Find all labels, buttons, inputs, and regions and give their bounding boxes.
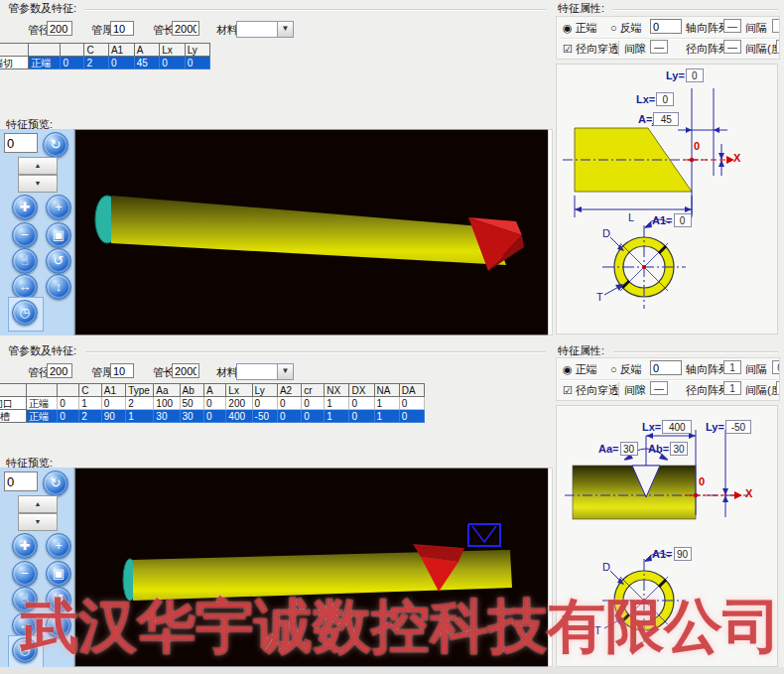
spacing-deg-field[interactable]: 0 [776, 381, 780, 395]
angle-stepper: ▲ ▼ [18, 157, 58, 193]
features-table[interactable]: CA1ALxLy端切正端0204500 [0, 43, 210, 69]
zoom-window-button[interactable]: ▣ [46, 561, 71, 587]
step-down-button[interactable]: ▼ [18, 175, 58, 193]
column-header: A [204, 384, 226, 397]
cell: 0 [101, 397, 125, 410]
features-table-wrap: CA1ALxLy端切正端0204500 [0, 43, 210, 70]
vertical-arrow-icon: ↕ [56, 279, 63, 294]
wall-thickness-field[interactable] [110, 363, 134, 378]
measure-button[interactable]: ◷ [12, 637, 38, 663]
wall-thickness-field[interactable] [110, 21, 134, 36]
pan-button[interactable]: ✚ [12, 195, 38, 220]
pipe-length-field[interactable] [172, 363, 199, 378]
angle-stepper: ▲ ▼ [18, 495, 58, 531]
zoom-out-button[interactable]: − [12, 222, 38, 248]
radial-array-field[interactable]: — [723, 40, 741, 54]
chevron-down-icon[interactable]: ▼ [277, 364, 293, 379]
cell: 30 [180, 410, 203, 423]
feature-count-field[interactable] [650, 360, 682, 375]
ly-value-field[interactable]: -50 [725, 420, 751, 434]
up-arrow-icon: ▲ [35, 162, 42, 169]
orbit-button[interactable]: ↺ [46, 587, 71, 612]
axial-array-field[interactable]: 1 [723, 360, 741, 374]
cell: 200 [226, 397, 252, 410]
hand-drag-button[interactable]: ☝ [12, 587, 38, 612]
aa-value-field[interactable]: 30 [620, 442, 638, 456]
lx-value-field[interactable]: 400 [662, 420, 692, 434]
stretch-y-button[interactable]: ↕ [46, 274, 71, 300]
spacing-field[interactable] [772, 19, 780, 33]
axial-array-field[interactable]: — [723, 19, 741, 33]
gap-field[interactable]: — [650, 40, 668, 54]
pipe-length-field[interactable] [172, 21, 199, 36]
ab-value-field[interactable]: 30 [670, 442, 688, 456]
column-header: A [134, 44, 160, 57]
pipe-diameter-field[interactable] [47, 363, 72, 378]
zoom-out-button[interactable]: − [12, 561, 38, 587]
panel-divider-strip [548, 468, 553, 667]
cell: 0 [252, 397, 277, 410]
lx-dimension: Lx=400 [642, 420, 692, 434]
stretch-y-button[interactable]: ↕ [46, 612, 71, 638]
lx-dimension: Lx=0 [636, 92, 674, 106]
ab-dimension: Ab=30 [648, 442, 688, 456]
reset-view-button[interactable]: ↻ [43, 132, 68, 158]
measure-button[interactable]: ◷ [12, 300, 38, 326]
pipe-diameter-field[interactable] [47, 21, 72, 36]
ly-value-field[interactable]: 0 [686, 68, 704, 82]
rotation-angle-field[interactable] [4, 472, 38, 491]
feature-row[interactable]: V槽正端0290130300400-50001010 [0, 410, 425, 423]
spacing-deg-field[interactable] [776, 40, 780, 54]
material-select[interactable]: ▼ [236, 21, 294, 38]
back-end-radio[interactable]: ○ 反端 [610, 21, 642, 36]
column-header: C [84, 44, 108, 57]
front-end-radio[interactable]: ◉ 正端 [563, 362, 597, 377]
front-end-radio[interactable]: ◉ 正端 [563, 21, 597, 36]
step-up-button[interactable]: ▲ [18, 495, 58, 513]
step-up-button[interactable]: ▲ [18, 157, 58, 175]
material-label: 材料 [216, 23, 238, 38]
cell: 1 [374, 410, 399, 423]
down-arrow-icon: ▼ [35, 180, 42, 187]
zoom-window-button[interactable]: ▣ [46, 222, 71, 248]
step-down-button[interactable]: ▼ [18, 513, 58, 531]
radial-array-field[interactable]: 1 [723, 381, 741, 395]
cell: 0 [58, 410, 79, 423]
zoom-in-button[interactable]: + [46, 533, 71, 559]
pan-button[interactable]: ✚ [12, 533, 38, 559]
groupbox-line [613, 351, 778, 352]
angle-value-field[interactable]: 45 [653, 112, 679, 126]
horizontal-arrow-icon: ↔ [19, 279, 32, 294]
preview-3d-viewport[interactable] [74, 129, 549, 336]
length-label: L [628, 211, 634, 223]
a1-value-field[interactable]: 0 [674, 213, 692, 227]
hand-drag-button[interactable]: ☝ [12, 248, 38, 274]
cell: 90 [101, 410, 125, 423]
preview-3d-viewport[interactable] [74, 468, 549, 667]
chevron-down-icon[interactable]: ▼ [277, 22, 293, 37]
feature-count-field[interactable] [650, 19, 682, 34]
spacing-field[interactable]: 0 [772, 360, 780, 374]
radial-pierce-checkbox[interactable]: ☑ 径向穿透 [563, 383, 619, 398]
a1-value-field[interactable]: 90 [674, 547, 692, 561]
orbit-button[interactable]: ↺ [46, 248, 71, 274]
feature-props-controls: ◉ 正端 ○ 反端 轴向阵列 1 间隔 0 ☑ 径向穿透 间隙 — 径向阵列 1… [556, 357, 780, 401]
material-select[interactable]: ▼ [236, 363, 294, 380]
feature-row[interactable]: 切口正端01021005002000001010 [0, 397, 425, 410]
hand-icon: ☝ [21, 592, 29, 607]
row-label: V槽 [0, 410, 27, 423]
zoom-in-button[interactable]: + [46, 195, 71, 220]
cell: -50 [252, 410, 277, 423]
cnc-pipe-software-window: 管参数及特征: 管径 管厚 管长 材料 ▼ CA1ALxLy端切正端020450… [0, 0, 784, 674]
back-end-radio[interactable]: ○ 反端 [610, 362, 642, 377]
gap-field[interactable]: — [650, 381, 668, 395]
features-table[interactable]: CA1TypeAaAbALxLyA2crNXDXNADA切口正端01021005… [0, 383, 425, 423]
rotation-angle-field[interactable] [4, 133, 38, 153]
pan-icon: ✚ [20, 538, 31, 553]
radio-icon: ○ [610, 22, 617, 34]
reset-view-button[interactable]: ↻ [43, 471, 68, 496]
lx-value-field[interactable]: 0 [656, 92, 674, 106]
orbit-icon: ↺ [54, 592, 65, 607]
feature-row[interactable]: 端切正端0204500 [0, 57, 210, 69]
radial-pierce-checkbox[interactable]: ☑ 径向穿透 [563, 42, 619, 57]
